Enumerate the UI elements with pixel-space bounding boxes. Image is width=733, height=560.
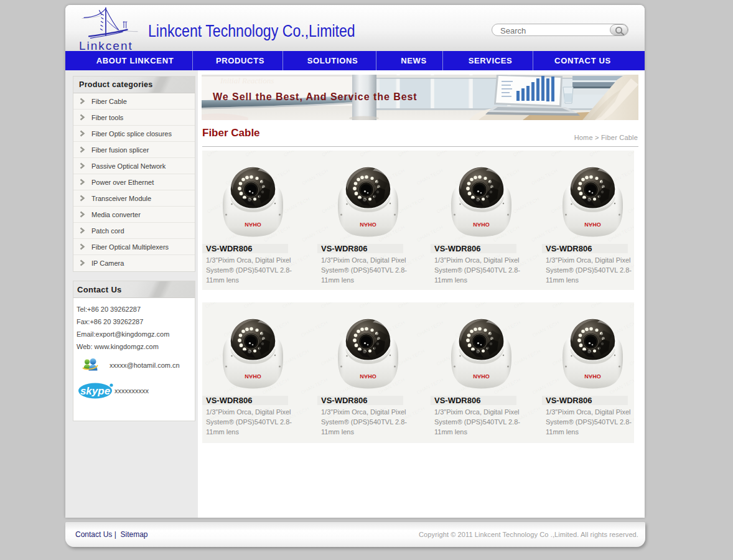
svg-text:skype: skype — [80, 385, 110, 397]
svg-text:Initial Reactions: Initial Reactions — [220, 76, 274, 85]
